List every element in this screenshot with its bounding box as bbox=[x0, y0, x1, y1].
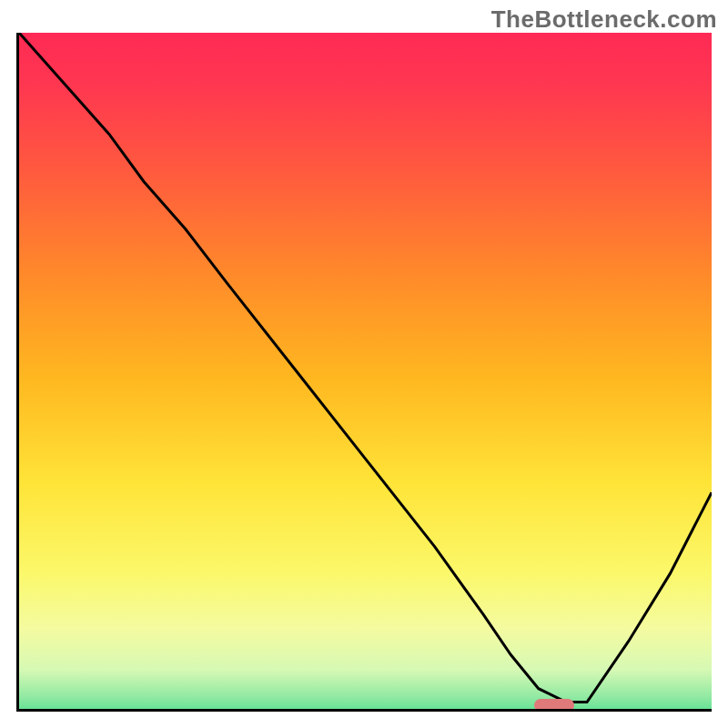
curve-layer bbox=[19, 33, 712, 709]
bottleneck-curve-path bbox=[19, 33, 712, 703]
optimal-range-marker bbox=[534, 699, 574, 712]
watermark-label: TheBottleneck.com bbox=[491, 5, 717, 34]
bottleneck-chart: TheBottleneck.com bbox=[0, 0, 728, 728]
plot-area bbox=[16, 33, 712, 712]
